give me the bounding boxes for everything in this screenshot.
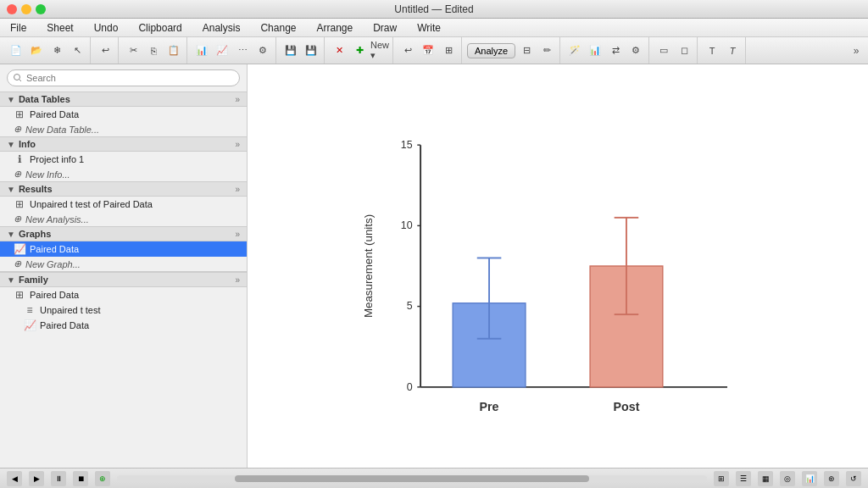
calendar2-icon[interactable]: ⊞ [439,42,458,60]
status-icon-back[interactable]: ◀ [7,471,22,486]
status-icon-add[interactable]: ⊕ [95,471,110,486]
close-button[interactable] [7,4,17,14]
bar-chart-icon[interactable]: 📊 [192,42,211,60]
toolbar-arrange-group: ▭ ◻ [651,37,698,64]
section-family-label: Family [19,274,48,285]
pointer-icon[interactable]: ↖ [68,42,86,60]
status-icon-chart[interactable]: 📊 [802,471,817,486]
change-settings-icon[interactable]: ⚙ [626,42,645,60]
text-icon[interactable]: T [703,42,721,60]
section-data-tables-label: Data Tables [19,94,70,104]
status-icon-refresh[interactable]: ↺ [846,471,861,486]
family-item-unpaired-t[interactable]: ≡ Unpaired t test [0,302,247,318]
minimize-button[interactable] [21,4,31,14]
scrollbar-thumb[interactable] [235,475,589,482]
rect-icon[interactable]: ▭ [654,42,673,60]
family-table-icon: ⊞ [14,289,25,301]
family-item-paired-graph[interactable]: 📈 Paired Data [0,318,247,333]
analyze3-icon[interactable]: ✏ [537,42,556,60]
expand-family-icon: ▼ [7,275,15,285]
graph-icon: 📈 [14,243,25,255]
delete-icon[interactable]: ✕ [330,42,348,60]
status-icon-list[interactable]: ☰ [736,471,751,486]
section-results[interactable]: ▼ Results » [0,181,247,197]
new-dropdown[interactable]: New ▾ [370,42,389,60]
menu-write[interactable]: Write [414,20,444,36]
graph-change-icon[interactable]: 📊 [586,42,604,60]
toolbar-edit2-group: ✕ ✚ New ▾ [326,37,393,64]
menu-draw[interactable]: Draw [370,20,400,36]
menu-clipboard[interactable]: Clipboard [135,20,185,36]
line-chart-icon[interactable]: 📈 [213,42,231,60]
section-data-tables[interactable]: ▼ Data Tables » [0,92,247,107]
italic-icon[interactable]: T [723,42,742,60]
project-info-label: Project info 1 [30,154,84,164]
wand-icon[interactable]: 🪄 [565,42,584,60]
cut-icon[interactable]: ✂ [124,42,142,60]
section-family-more-icon[interactable]: » [235,275,240,285]
analyze2-icon[interactable]: ⊟ [517,42,536,60]
settings-chart-icon[interactable]: ⚙ [253,42,272,60]
section-graphs[interactable]: ▼ Graphs » [0,226,247,241]
menu-arrange[interactable]: Arrange [314,20,357,36]
status-icon-grid[interactable]: ⊞ [714,471,729,486]
sidebar-item-paired-data-table[interactable]: ⊞ Paired Data [0,107,247,122]
scatter-icon[interactable]: ⋯ [233,42,252,60]
svg-text:10: 10 [401,219,413,231]
sidebar-item-project-info[interactable]: ℹ Project info 1 [0,152,247,167]
sidebar-item-new-data-table[interactable]: ⊕ New Data Table... [0,122,247,136]
menu-file[interactable]: File [7,20,30,36]
section-info-more-icon[interactable]: » [235,140,240,149]
undo2-icon[interactable]: ↩ [398,42,417,60]
analyze-button[interactable]: Analyze [467,43,515,58]
sidebar-item-new-analysis[interactable]: ⊕ New Analysis... [0,212,247,226]
section-results-label: Results [19,184,53,194]
calendar-icon[interactable]: 📅 [419,42,437,60]
status-icon-forward[interactable]: ▶ [29,471,44,486]
menu-change[interactable]: Change [257,20,299,36]
family-item-paired-data[interactable]: ⊞ Paired Data [0,287,247,302]
save-as-icon[interactable]: 💾 [302,42,320,60]
x-label-post: Post [613,400,639,413]
main-layout: ▼ Data Tables » ⊞ Paired Data ⊕ New Data… [0,64,868,468]
menu-analysis[interactable]: Analysis [199,20,244,36]
status-icon-star[interactable]: ⊛ [824,471,839,486]
swap-icon[interactable]: ⇄ [606,42,625,60]
snowflake-icon[interactable]: ❄ [47,42,66,60]
status-icon-stop[interactable]: ⏹ [73,471,88,486]
sidebar-item-new-info[interactable]: ⊕ New Info... [0,167,247,181]
status-icon-circle[interactable]: ◎ [780,471,795,486]
section-info[interactable]: ▼ Info » [0,136,247,152]
status-icon-pause[interactable]: ⏸ [51,471,66,486]
more-toolbar-icon[interactable]: » [848,42,865,59]
menu-sheet[interactable]: Sheet [43,20,76,36]
copy-icon[interactable]: ⎘ [144,42,163,60]
section-family[interactable]: ▼ Family » [0,272,247,287]
paired-data-table-label: Paired Data [30,109,79,119]
sidebar-item-unpaired-t-test[interactable]: ⊞ Unpaired t test of Paired Data [0,197,247,212]
sidebar-item-new-graph[interactable]: ⊕ New Graph... [0,257,247,271]
open-icon[interactable]: 📂 [27,42,46,60]
add-new-icon[interactable]: ✚ [350,42,369,60]
scrollbar-area [117,475,707,482]
save-icon[interactable]: 💾 [281,42,300,60]
rect2-icon[interactable]: ◻ [675,42,693,60]
status-icon-table2[interactable]: ▦ [758,471,773,486]
sidebar-item-paired-data-graph[interactable]: 📈 Paired Data [0,241,247,257]
section-results-more-icon[interactable]: » [235,185,240,194]
toolbar-analysis-group: 📊 📈 ⋯ ⚙ [189,37,276,64]
scrollbar-track[interactable] [117,475,707,482]
menu-undo[interactable]: Undo [91,20,122,36]
family-section: ▼ Family » ⊞ Paired Data ≡ Unpaired t te… [0,271,247,333]
paste-icon[interactable]: 📋 [164,42,183,60]
search-input[interactable] [7,69,240,86]
new-icon[interactable]: 📄 [7,42,25,60]
maximize-button[interactable] [36,4,46,14]
section-data-tables-more-icon[interactable]: » [235,95,240,104]
family-paired-graph-label: Paired Data [40,320,89,330]
add-analysis-icon: ⊕ [14,214,21,225]
undo-icon[interactable]: ↩ [96,42,114,60]
chart-container: Measurement (units) 0 5 10 [346,97,770,435]
section-graphs-more-icon[interactable]: » [235,230,240,239]
svg-text:15: 15 [401,139,413,151]
